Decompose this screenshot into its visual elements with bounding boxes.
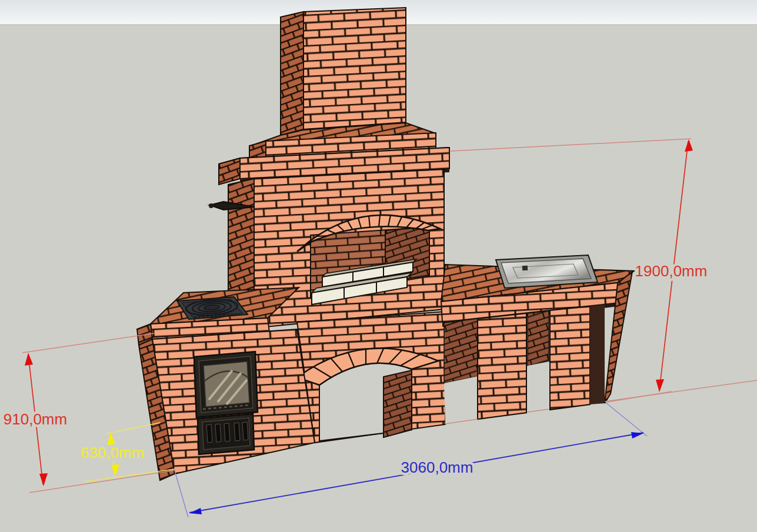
dimension-label-total-width: 3060,0mm xyxy=(401,459,473,476)
ash-door xyxy=(198,414,254,454)
bay-opening-through xyxy=(528,362,549,413)
dimension-label-plinth-height: 910,0mm xyxy=(4,410,67,428)
wood-niche-section xyxy=(297,312,445,443)
dimension-label-total-height: 1900,0mm xyxy=(635,262,708,280)
sink xyxy=(496,255,598,288)
sink-drain xyxy=(522,266,528,270)
counter-pier xyxy=(550,306,590,410)
model-canvas: 1900,0mm 910,0mm 630,0mm 3060,0mm xyxy=(0,0,757,532)
chimney xyxy=(281,8,406,135)
3d-model-viewport[interactable]: 1900,0mm 910,0mm 630,0mm 3060,0mm xyxy=(0,0,757,532)
pier-side-shadow xyxy=(590,305,605,404)
stove-plate xyxy=(177,297,248,319)
bay-opening xyxy=(528,311,549,366)
bay-opening xyxy=(444,319,478,383)
bay-opening-through xyxy=(444,376,478,424)
dimension-label-firebox-height: 630,0mm xyxy=(81,444,144,461)
counter-pier xyxy=(478,313,526,419)
oven-door xyxy=(194,352,258,417)
